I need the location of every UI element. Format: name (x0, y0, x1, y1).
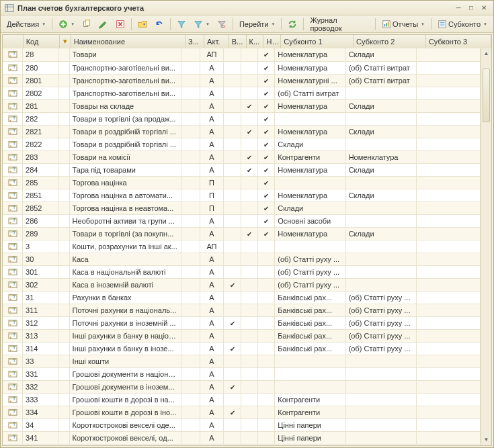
scroll-up-icon[interactable]: ▲ (481, 48, 491, 59)
edit-button[interactable] (95, 17, 112, 31)
cell-z (181, 355, 200, 367)
col-name[interactable]: Наименование (71, 35, 185, 48)
col-z[interactable]: З... (186, 35, 204, 48)
table-row[interactable]: T333Грошові кошти в дорозі в на...АКонтр… (3, 393, 481, 406)
minimize-button[interactable]: ─ (453, 3, 464, 13)
cell-name: Рахунки в банках (69, 291, 181, 304)
subkonto-menu[interactable]: Субконто▼ (434, 17, 491, 31)
table-row[interactable]: T280Транспортно-заготівельні ви...АНомен… (3, 61, 481, 74)
cell-z (181, 380, 200, 393)
cell-s3 (417, 329, 481, 342)
cell-k (241, 189, 257, 201)
reports-label: Отчеты (393, 20, 418, 28)
table-row[interactable]: T331Грошові документи в націона...А (3, 367, 481, 380)
cell-n (257, 291, 274, 304)
cell-s3 (417, 342, 481, 355)
svg-point-34 (9, 120, 11, 121)
table-row[interactable]: T30КасаА(об) Статті руху ... (3, 253, 481, 265)
cell-s2: (об) Статті руху ... (345, 342, 416, 355)
table-row[interactable]: T334Грошові кошти в дорозі в іно...АКонт… (3, 406, 481, 418)
scroll-thumb[interactable] (483, 69, 490, 122)
col-s3[interactable]: Субконто 3 (425, 35, 491, 48)
cell-s3 (417, 214, 481, 227)
col-s2[interactable]: Субконто 2 (354, 35, 426, 48)
table-row[interactable]: T301Каса в національній валютіА(об) Стат… (3, 265, 481, 278)
cell-s2 (345, 138, 416, 150)
col-s1[interactable]: Субконто 1 (281, 35, 354, 48)
table-row[interactable]: T281Товары на складеАНоменклатураСклади (3, 99, 481, 112)
separator (131, 18, 132, 30)
toolbar: Действия▼ ▼ ▼ Перейти▼ Журнал проводок О… (1, 15, 493, 33)
table-row[interactable]: T2852Торгова націнка в неавтома...ПСклад… (3, 201, 481, 214)
table-row[interactable]: T311Поточні рахунки в національ...АБанкі… (3, 304, 481, 316)
filter1-button[interactable] (173, 17, 190, 31)
table-row[interactable]: T283Товари на комісіїАКонтрагентиНоменкл… (3, 150, 481, 163)
table-row[interactable]: T2802Транспортно-заготівельні ви...А(об)… (3, 87, 481, 99)
table-row[interactable]: T31Рахунки в банкахАБанківські рах...(об… (3, 291, 481, 304)
table-row[interactable]: T2822Товари в роздрібній торгівлі ...АСк… (3, 138, 481, 150)
cell-name: Торгова націнка в автомати... (69, 189, 181, 201)
table-row[interactable]: T302Каса в іноземній валютіА(об) Статті … (3, 278, 481, 291)
table-row[interactable]: T289Товари в торгівлі (за покупн...АНоме… (3, 227, 481, 240)
refresh-button[interactable] (284, 17, 300, 31)
cell-sub (58, 87, 69, 99)
copy-button[interactable] (79, 17, 95, 31)
table-row[interactable]: T2851Торгова націнка в автомати...ПНомен… (3, 189, 481, 201)
col-n[interactable]: Н... (263, 35, 281, 48)
col-code[interactable]: Код (23, 35, 59, 48)
col-k[interactable]: К... (246, 35, 263, 48)
report-icon (382, 19, 391, 29)
col-icon[interactable] (3, 35, 23, 48)
go-menu[interactable]: Перейти▼ (236, 17, 279, 31)
cell-sub (58, 380, 69, 393)
cell-s2 (345, 278, 416, 291)
table-row[interactable]: T285Торгова націнкаП (3, 176, 481, 189)
separator (170, 18, 171, 30)
table-row[interactable]: T314Інші рахунки в банку в інозе...АБанк… (3, 342, 481, 355)
delete-button[interactable] (112, 17, 128, 31)
cell-z (181, 406, 200, 418)
table-row[interactable]: T312Поточні рахунки в іноземній ...АБанк… (3, 316, 481, 329)
scroll-down-icon[interactable]: ▼ (481, 435, 491, 445)
move-button[interactable] (134, 17, 151, 31)
undo-button[interactable] (151, 17, 167, 31)
table-row[interactable]: T286Необоротні активи та групи ...АОснов… (3, 214, 481, 227)
journal-button[interactable]: Журнал проводок (306, 17, 372, 31)
col-akt[interactable]: Акт. (204, 35, 229, 48)
svg-point-130 (9, 426, 11, 427)
cell-v (224, 393, 241, 406)
row-icon: T (3, 329, 23, 342)
table-row[interactable]: T341Короткострокові векселі, од...АЦінні… (3, 431, 481, 444)
table-row[interactable]: T28ТовариАПНоменклатураСклади (3, 48, 481, 61)
svg-point-122 (9, 400, 11, 402)
vertical-scrollbar[interactable]: ▲ ▼ (481, 48, 491, 445)
actions-menu[interactable]: Действия▼ (3, 17, 49, 31)
table-row[interactable]: T2801Транспортно-заготівельні ви...АНоме… (3, 74, 481, 87)
filter2-button[interactable]: ▼ (190, 17, 213, 31)
cell-sub (58, 418, 69, 431)
close-button[interactable]: ✕ (479, 3, 489, 13)
table-row[interactable]: T284Тара під товарамиАНоменклатураСклади (3, 163, 481, 176)
col-v[interactable]: В... (229, 35, 246, 48)
table-row[interactable]: T332Грошові документи в інозем...А (3, 380, 481, 393)
cell-n (257, 138, 274, 150)
table-row[interactable]: T313Інші рахунки в банку в націон...АБан… (3, 329, 481, 342)
cell-s2: Склади (345, 189, 416, 201)
reports-menu[interactable]: Отчеты▼ (378, 17, 428, 31)
cell-v (224, 316, 241, 329)
table-row[interactable]: T34Короткострокові векселі оде...АЦінні … (3, 418, 481, 431)
add-button[interactable]: ▼ (55, 17, 78, 31)
cell-s3 (417, 201, 481, 214)
svg-point-26 (9, 94, 11, 95)
cell-s3 (417, 61, 481, 74)
table-row[interactable]: T282Товари в торгівлі (за продаж...А (3, 112, 481, 125)
table-row[interactable]: T33Інші коштиА (3, 355, 481, 367)
filter-clear-button[interactable] (214, 17, 230, 31)
col-sort[interactable]: ▾ (59, 35, 71, 48)
cell-code: 311 (23, 304, 58, 316)
table-row[interactable]: T2821Товари в роздрібній торгівлі ...АНо… (3, 125, 481, 138)
cell-k (241, 367, 257, 380)
table-row[interactable]: T3Кошти, розрахунки та інші ак...АП (3, 240, 481, 253)
maximize-button[interactable]: □ (466, 3, 477, 13)
row-icon: T (3, 431, 23, 444)
